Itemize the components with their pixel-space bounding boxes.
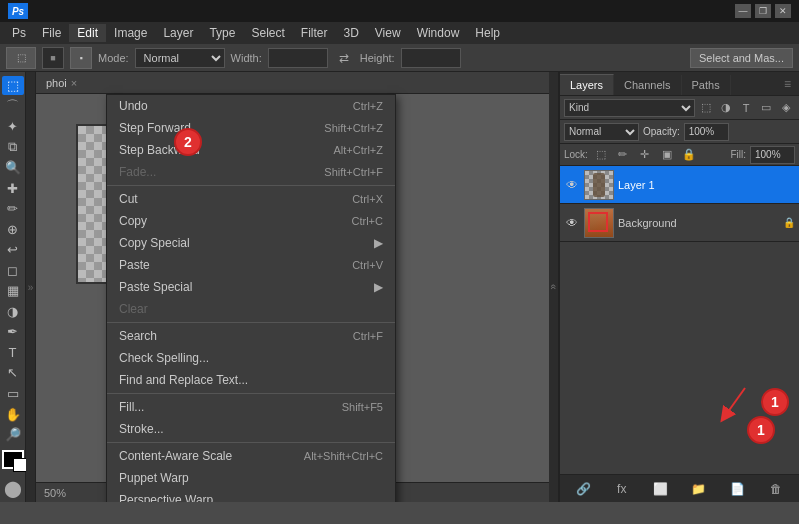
menu-edit[interactable]: Edit: [69, 24, 106, 42]
tool-brush[interactable]: ✏: [2, 199, 24, 218]
menu-help[interactable]: Help: [467, 24, 508, 42]
menu-item-check-spelling[interactable]: Check Spelling...: [107, 347, 395, 369]
document-tab[interactable]: phoi ×: [36, 72, 549, 94]
options-bar: ⬚ ■ ▪ Mode: Normal Width: ⇄ Height: Sele…: [0, 44, 799, 72]
title-bar-controls[interactable]: — ❐ ✕: [735, 4, 791, 18]
tool-eyedropper[interactable]: 🔍: [2, 158, 24, 177]
menu-item-fade: Fade... Shift+Ctrl+F: [107, 161, 395, 183]
filter-smart-icon[interactable]: ◈: [777, 99, 795, 117]
blend-opacity-row: Normal Opacity: 100%: [560, 120, 799, 144]
sep1: [107, 185, 395, 186]
link-layers-btn[interactable]: 🔗: [572, 478, 594, 500]
menu-item-step-forward[interactable]: Step Forward Shift+Ctrl+Z: [107, 117, 395, 139]
tool-gradient[interactable]: ▦: [2, 281, 24, 300]
tools-panel: ⬚ ⌒ ✦ ⧉ 🔍 ✚ ✏ ⊕ ↩ ◻ ▦ ◑ ✒ T ↖ ▭ ✋ 🔎 ⬤: [0, 72, 26, 502]
filter-pixel-icon[interactable]: ⬚: [697, 99, 715, 117]
tool-magic-wand[interactable]: ✦: [2, 117, 24, 136]
opacity-field[interactable]: 100%: [684, 123, 729, 141]
panel-collapse-right[interactable]: «: [549, 72, 559, 502]
menu-layer[interactable]: Layer: [155, 24, 201, 42]
kind-select[interactable]: Kind: [564, 99, 695, 117]
filter-adjust-icon[interactable]: ◑: [717, 99, 735, 117]
layers-spacer: [560, 242, 799, 474]
mode-label: Mode:: [98, 52, 129, 64]
tool-healing[interactable]: ✚: [2, 179, 24, 198]
tool-hand[interactable]: ✋: [2, 405, 24, 424]
tool-dodge[interactable]: ◑: [2, 302, 24, 321]
bg-lock-icon: 🔒: [783, 217, 795, 228]
menu-item-find-replace[interactable]: Find and Replace Text...: [107, 369, 395, 391]
menu-item-content-aware-scale[interactable]: Content-Aware Scale Alt+Shift+Ctrl+C: [107, 445, 395, 467]
fill-label: Fill:: [730, 149, 746, 160]
filter-text-icon[interactable]: T: [737, 99, 755, 117]
lock-brush-btn[interactable]: ✏: [614, 146, 632, 164]
mode-select[interactable]: Normal: [135, 48, 225, 68]
layer-row-layer1[interactable]: 👁 Layer 1: [560, 166, 799, 204]
width-input[interactable]: [268, 48, 328, 68]
menu-image[interactable]: Image: [106, 24, 155, 42]
menu-item-stroke[interactable]: Stroke...: [107, 418, 395, 440]
new-group-btn[interactable]: 📁: [688, 478, 710, 500]
add-style-btn[interactable]: fx: [611, 478, 633, 500]
menu-3d[interactable]: 3D: [335, 24, 366, 42]
tool-text[interactable]: T: [2, 343, 24, 362]
lock-transparent-btn[interactable]: ⬚: [592, 146, 610, 164]
tool-shape[interactable]: ▭: [2, 384, 24, 403]
menu-item-search[interactable]: Search Ctrl+F: [107, 325, 395, 347]
menu-item-paste[interactable]: Paste Ctrl+V: [107, 254, 395, 276]
blend-mode-select[interactable]: Normal: [564, 123, 639, 141]
panel-menu-btn[interactable]: ≡: [776, 73, 799, 95]
tool-pen[interactable]: ✒: [2, 323, 24, 342]
opacity-label: Opacity:: [643, 126, 680, 137]
menu-item-copy[interactable]: Copy Ctrl+C: [107, 210, 395, 232]
menu-item-fill[interactable]: Fill... Shift+F5: [107, 396, 395, 418]
fill-field[interactable]: 100%: [750, 146, 795, 164]
menu-filter[interactable]: Filter: [293, 24, 336, 42]
menu-item-paste-special[interactable]: Paste Special ▶: [107, 276, 395, 298]
layer-row-background[interactable]: 👁 Background 🔒: [560, 204, 799, 242]
menu-item-cut[interactable]: Cut Ctrl+X: [107, 188, 395, 210]
tool-lasso[interactable]: ⌒: [2, 97, 24, 116]
menu-item-step-backward[interactable]: Step Backward Alt+Ctrl+Z: [107, 139, 395, 161]
tab-channels[interactable]: Channels: [614, 75, 681, 95]
tab-layers[interactable]: Layers: [560, 74, 614, 95]
menu-ps[interactable]: Ps: [4, 24, 34, 42]
lock-all-btn[interactable]: 🔒: [680, 146, 698, 164]
menu-select[interactable]: Select: [243, 24, 292, 42]
tool-zoom[interactable]: 🔎: [2, 425, 24, 444]
restore-btn[interactable]: ❐: [755, 4, 771, 18]
filter-shape-icon[interactable]: ▭: [757, 99, 775, 117]
sep2: [107, 322, 395, 323]
delete-layer-btn[interactable]: 🗑: [765, 478, 787, 500]
menu-window[interactable]: Window: [409, 24, 468, 42]
select-mask-btn[interactable]: Select and Mas...: [690, 48, 793, 68]
panel-collapse-left[interactable]: »: [26, 72, 36, 502]
add-mask-btn[interactable]: ⬜: [649, 478, 671, 500]
menu-item-copy-special[interactable]: Copy Special ▶: [107, 232, 395, 254]
tool-history[interactable]: ↩: [2, 240, 24, 259]
menu-file[interactable]: File: [34, 24, 69, 42]
menu-item-perspective-warp[interactable]: Perspective Warp: [107, 489, 395, 502]
menu-type[interactable]: Type: [201, 24, 243, 42]
tool-crop[interactable]: ⧉: [2, 138, 24, 157]
layer1-visibility[interactable]: 👁: [564, 177, 580, 193]
bg-visibility[interactable]: 👁: [564, 215, 580, 231]
height-input[interactable]: [401, 48, 461, 68]
tool-marquee[interactable]: ⬚: [2, 76, 24, 95]
close-btn[interactable]: ✕: [775, 4, 791, 18]
menu-item-puppet-warp[interactable]: Puppet Warp: [107, 467, 395, 489]
lock-artboard-btn[interactable]: ▣: [658, 146, 676, 164]
tab-paths[interactable]: Paths: [682, 75, 731, 95]
minimize-btn[interactable]: —: [735, 4, 751, 18]
tool-eraser[interactable]: ◻: [2, 261, 24, 280]
menu-item-undo[interactable]: Undo Ctrl+Z: [107, 95, 395, 117]
tool-path-select[interactable]: ↖: [2, 364, 24, 383]
new-layer-btn[interactable]: 📄: [726, 478, 748, 500]
tool-clone[interactable]: ⊕: [2, 220, 24, 239]
tool-mode-selector[interactable]: ⬚: [6, 47, 36, 69]
menu-view[interactable]: View: [367, 24, 409, 42]
foreground-color[interactable]: [2, 450, 24, 469]
swap-icon[interactable]: ⇄: [334, 48, 354, 68]
lock-position-btn[interactable]: ✛: [636, 146, 654, 164]
quick-mask-btn[interactable]: ⬤: [4, 479, 22, 498]
